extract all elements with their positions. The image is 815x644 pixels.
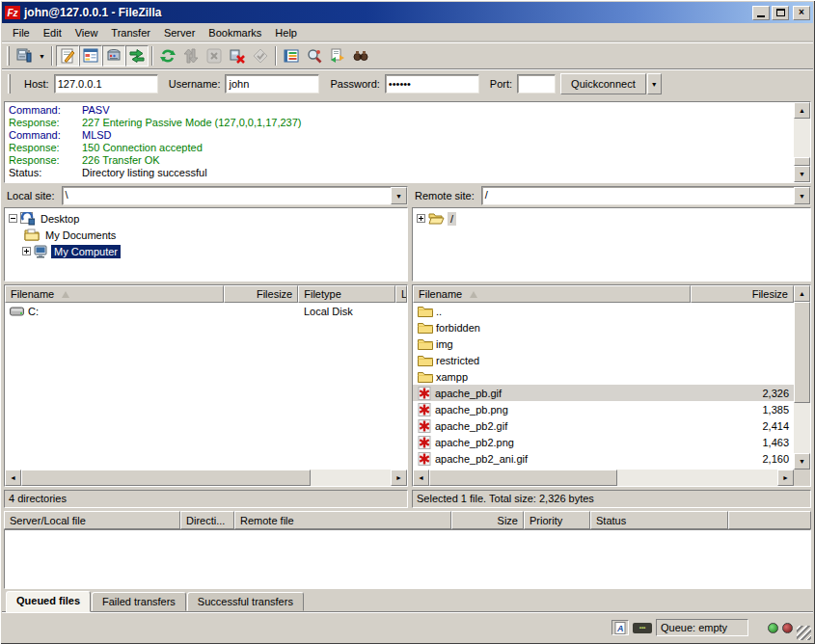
tree-item-my-computer[interactable]: My Computer xyxy=(5,243,407,259)
column-status[interactable]: Status xyxy=(590,511,728,529)
toggle-local-tree-button[interactable] xyxy=(79,45,102,67)
resize-grip-icon[interactable] xyxy=(797,626,811,640)
site-manager-button[interactable] xyxy=(13,45,36,67)
tree-item-my-documents[interactable]: My Documents xyxy=(5,227,407,243)
toolbar-grip[interactable] xyxy=(7,46,10,66)
file-name: xampp xyxy=(436,371,468,383)
scroll-left-icon[interactable]: ◄ xyxy=(5,470,21,486)
process-queue-button[interactable] xyxy=(179,45,203,67)
file-row[interactable]: apache_pb2_ani.gif 2,160 xyxy=(413,450,794,467)
local-site-dropdown[interactable]: ▼ xyxy=(391,187,407,204)
toggle-remote-tree-button[interactable] xyxy=(102,45,125,67)
maximize-button[interactable] xyxy=(772,6,789,20)
scrollbar-thumb[interactable] xyxy=(794,157,810,166)
local-site-combo[interactable]: \ ▼ xyxy=(62,186,408,205)
close-button[interactable]: × xyxy=(793,6,810,20)
file-type: Local Disk xyxy=(304,306,353,317)
column-filename[interactable]: Filename xyxy=(5,285,224,303)
quickconnect-dropdown[interactable]: ▼ xyxy=(647,73,662,94)
statusbar: A ▪▪▪ Queue: empty xyxy=(2,612,813,642)
column-priority[interactable]: Priority xyxy=(524,511,590,529)
menu-help[interactable]: Help xyxy=(268,25,304,40)
tree-item-label: My Documents xyxy=(42,228,119,242)
remote-vertical-scrollbar[interactable]: ▲ ▼ xyxy=(794,285,810,486)
file-row[interactable]: apache_pb2.gif 2,414 xyxy=(413,417,794,434)
quickconnect-grip[interactable] xyxy=(8,74,11,94)
scroll-up-icon[interactable]: ▲ xyxy=(794,285,810,302)
image-file-icon xyxy=(418,387,432,400)
file-row[interactable]: xampp xyxy=(413,368,794,385)
password-input[interactable] xyxy=(385,74,479,94)
file-row[interactable]: forbidden xyxy=(413,319,794,335)
file-row-c-drive[interactable]: C: Local Disk xyxy=(5,303,407,319)
menu-edit[interactable]: Edit xyxy=(37,25,68,40)
site-manager-dropdown[interactable]: ▼ xyxy=(36,45,48,67)
file-row[interactable]: apache_pb2.png 1,463 xyxy=(413,434,794,450)
column-filename[interactable]: Filename xyxy=(413,285,691,303)
column-remote-file[interactable]: Remote file xyxy=(234,511,451,529)
column-server-local-file[interactable]: Server/Local file xyxy=(4,511,180,529)
column-last-modified[interactable]: L xyxy=(395,285,407,303)
menu-bookmarks[interactable]: Bookmarks xyxy=(202,25,268,40)
reconnect-button[interactable] xyxy=(249,45,272,67)
column-filesize[interactable]: Filesize xyxy=(224,285,298,303)
toggle-queue-button[interactable] xyxy=(125,45,149,67)
column-filesize[interactable]: Filesize xyxy=(691,285,794,303)
disconnect-button[interactable] xyxy=(226,45,249,67)
quickconnect-button[interactable]: Quickconnect xyxy=(560,73,646,94)
scrollbar-thumb[interactable] xyxy=(429,470,617,486)
scroll-right-icon[interactable]: ► xyxy=(777,470,794,486)
tree-item-root[interactable]: / xyxy=(413,210,810,227)
column-filetype[interactable]: Filetype xyxy=(298,285,395,303)
queue-list[interactable] xyxy=(4,529,811,589)
remote-horizontal-scrollbar[interactable]: ◄ ► xyxy=(413,470,794,486)
file-row-selected[interactable]: apache_pb.gif 2,326 xyxy=(413,385,794,401)
refresh-button[interactable] xyxy=(156,45,179,67)
username-input[interactable] xyxy=(225,74,319,94)
scroll-down-icon[interactable]: ▼ xyxy=(794,166,810,182)
file-row[interactable]: .. xyxy=(413,303,794,319)
queue-status: Queue: empty xyxy=(656,619,748,636)
expand-icon[interactable] xyxy=(22,247,31,255)
file-row[interactable]: restricted xyxy=(413,352,794,368)
local-horizontal-scrollbar[interactable]: ◄ ► xyxy=(5,470,407,486)
toggle-queue-icon xyxy=(129,48,145,64)
window-title: john@127.0.0.1 - FileZilla xyxy=(24,6,750,19)
tree-item-desktop[interactable]: Desktop xyxy=(5,210,407,227)
my-documents-icon xyxy=(24,228,40,241)
host-input[interactable] xyxy=(54,74,158,94)
log-scrollbar[interactable]: ▲ ▼ xyxy=(794,102,810,182)
menu-file[interactable]: File xyxy=(6,25,37,40)
tab-successful-transfers[interactable]: Successful transfers xyxy=(187,592,304,611)
port-input[interactable] xyxy=(517,74,556,94)
file-row[interactable]: img xyxy=(413,335,794,352)
remote-site-label: Remote site: xyxy=(412,188,477,203)
column-size[interactable]: Size xyxy=(451,511,524,529)
remote-site-dropdown[interactable]: ▼ xyxy=(794,187,810,204)
menu-transfer[interactable]: Transfer xyxy=(104,25,157,40)
sort-ascending-icon xyxy=(470,291,477,298)
file-row[interactable]: apache_pb.png 1,385 xyxy=(413,401,794,417)
menu-view[interactable]: View xyxy=(68,25,105,40)
cancel-button[interactable] xyxy=(203,45,226,67)
scroll-up-icon[interactable]: ▲ xyxy=(794,102,810,119)
tab-queued-files[interactable]: Queued files xyxy=(6,591,91,612)
expand-icon[interactable] xyxy=(417,214,425,223)
find-files-button[interactable] xyxy=(349,45,372,67)
synchronized-browsing-button[interactable] xyxy=(326,45,349,67)
filter-button[interactable] xyxy=(280,45,303,67)
scrollbar-thumb[interactable] xyxy=(794,302,810,403)
titlebar[interactable]: Fz john@127.0.0.1 - FileZilla × xyxy=(2,2,813,23)
scroll-left-icon[interactable]: ◄ xyxy=(413,470,429,486)
scroll-down-icon[interactable]: ▼ xyxy=(794,453,810,470)
directory-comparison-button[interactable] xyxy=(303,45,326,67)
collapse-icon[interactable] xyxy=(9,214,17,223)
scroll-right-icon[interactable]: ► xyxy=(391,470,407,486)
toggle-log-button[interactable] xyxy=(56,45,79,67)
minimize-button[interactable] xyxy=(752,6,770,20)
column-direction[interactable]: Directi... xyxy=(180,511,234,529)
menu-server[interactable]: Server xyxy=(157,25,202,40)
remote-site-combo[interactable]: / ▼ xyxy=(481,186,811,205)
tab-failed-transfers[interactable]: Failed transfers xyxy=(92,592,186,611)
scrollbar-thumb[interactable] xyxy=(21,470,311,486)
